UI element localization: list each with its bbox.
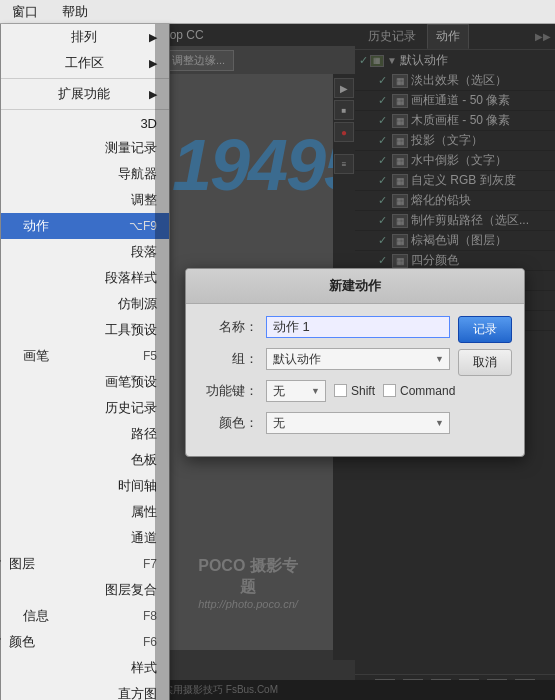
dialog-left-col: 名称： 组： 默认动作 bbox=[198, 316, 450, 444]
dialog-function-key-label: 功能键： bbox=[198, 382, 258, 400]
menu-item-3d[interactable]: 3D bbox=[1, 112, 169, 135]
menu-window[interactable]: 窗口 bbox=[8, 1, 42, 23]
menu-item-timeline[interactable]: 时间轴 bbox=[1, 473, 169, 499]
menu-item-clone-source[interactable]: 仿制源 bbox=[1, 291, 169, 317]
menu-item-layers[interactable]: ✓ 图层 F7 bbox=[1, 551, 169, 577]
menu-item-history[interactable]: 历史记录 bbox=[1, 395, 169, 421]
dialog-function-key-row: 功能键： 无 Shift bbox=[198, 380, 450, 402]
dialog-main-row: 名称： 组： 默认动作 bbox=[198, 316, 512, 444]
menu-item-tool-presets[interactable]: 工具预设 bbox=[1, 317, 169, 343]
menu-item-workspace[interactable]: 工作区 ▶ bbox=[1, 50, 169, 76]
menu-item-adjustments[interactable]: 调整 bbox=[1, 187, 169, 213]
dialog-title: 新建动作 bbox=[186, 269, 524, 304]
dialog-buttons: 记录 取消 bbox=[458, 316, 512, 444]
dialog-name-row: 名称： bbox=[198, 316, 450, 338]
dialog-group-select-wrapper: 默认动作 bbox=[266, 348, 450, 370]
dialog-color-select[interactable]: 无 bbox=[266, 412, 450, 434]
menu-item-color[interactable]: ✓ 颜色 F6 bbox=[1, 629, 169, 655]
menu-item-paths[interactable]: 路径 bbox=[1, 421, 169, 447]
menu-item-channels[interactable]: 通道 bbox=[1, 525, 169, 551]
dialog-overlay: 新建动作 名称： 组： 默认动 bbox=[155, 24, 555, 700]
dialog-color-select-wrapper: 无 bbox=[266, 412, 450, 434]
new-action-dialog: 新建动作 名称： 组： 默认动 bbox=[185, 268, 525, 457]
dialog-command-group: Command bbox=[383, 384, 455, 398]
command-checkbox[interactable] bbox=[383, 384, 396, 397]
menu-item-paragraph-styles[interactable]: 段落样式 bbox=[1, 265, 169, 291]
dialog-function-key-select[interactable]: 无 bbox=[266, 380, 326, 402]
dialog-shift-group: Shift bbox=[334, 384, 375, 398]
divider-1 bbox=[1, 78, 169, 79]
command-label: Command bbox=[400, 384, 455, 398]
menu-item-arrange[interactable]: 排列 ▶ bbox=[1, 24, 169, 50]
menu-item-brush-presets[interactable]: 画笔预设 bbox=[1, 369, 169, 395]
dialog-group-select[interactable]: 默认动作 bbox=[266, 348, 450, 370]
menu-item-navigator[interactable]: 导航器 bbox=[1, 161, 169, 187]
menu-item-properties[interactable]: 属性 bbox=[1, 499, 169, 525]
menu-bar: 窗口 帮助 bbox=[0, 0, 555, 24]
dialog-function-key-select-wrapper: 无 bbox=[266, 380, 326, 402]
dialog-record-btn[interactable]: 记录 bbox=[458, 316, 512, 343]
dialog-group-row: 组： 默认动作 bbox=[198, 348, 450, 370]
menu-help[interactable]: 帮助 bbox=[58, 1, 92, 23]
menu-item-extensions[interactable]: 扩展功能 ▶ bbox=[1, 81, 169, 107]
menu-item-actions[interactable]: 动作 ⌥F9 bbox=[1, 213, 169, 239]
shift-label: Shift bbox=[351, 384, 375, 398]
window-dropdown-menu: 排列 ▶ 工作区 ▶ 扩展功能 ▶ 3D 测量记录 导航器 调整 动作 ⌥F9 … bbox=[0, 24, 170, 700]
dialog-color-label: 颜色： bbox=[198, 414, 258, 432]
divider-2 bbox=[1, 109, 169, 110]
menu-item-styles[interactable]: 样式 bbox=[1, 655, 169, 681]
dialog-body: 名称： 组： 默认动作 bbox=[186, 304, 524, 456]
menu-item-measurement[interactable]: 测量记录 bbox=[1, 135, 169, 161]
menu-item-layer-comps[interactable]: 图层复合 bbox=[1, 577, 169, 603]
menu-item-swatches[interactable]: 色板 bbox=[1, 447, 169, 473]
menu-item-paragraph[interactable]: 段落 bbox=[1, 239, 169, 265]
dialog-name-label: 名称： bbox=[198, 318, 258, 336]
menu-item-info[interactable]: 信息 F8 bbox=[1, 603, 169, 629]
menu-item-histogram[interactable]: 直方图 bbox=[1, 681, 169, 700]
dialog-color-row: 颜色： 无 bbox=[198, 412, 450, 434]
photoshop-area: hop CC 调整边缘... ▶ ■ ● ≡ 119495 POCO 摄影专题 … bbox=[155, 24, 555, 700]
dialog-group-label: 组： bbox=[198, 350, 258, 368]
dialog-name-input[interactable] bbox=[266, 316, 450, 338]
dialog-cancel-btn[interactable]: 取消 bbox=[458, 349, 512, 376]
shift-checkbox[interactable] bbox=[334, 384, 347, 397]
menu-item-brush[interactable]: 画笔 F5 bbox=[1, 343, 169, 369]
